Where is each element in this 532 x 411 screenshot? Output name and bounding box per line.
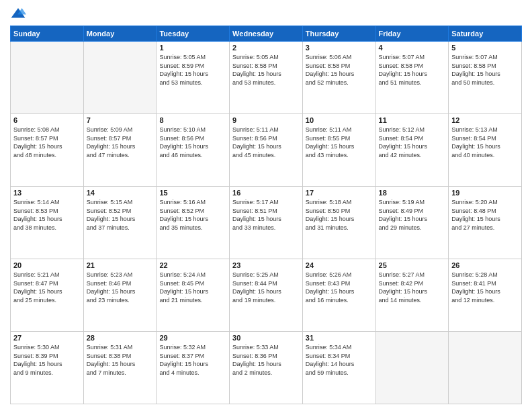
day-number: 5 <box>451 44 519 52</box>
day-number: 2 <box>232 44 300 52</box>
day-number: 17 <box>306 189 373 197</box>
day-number: 22 <box>159 261 226 269</box>
calendar-cell: 3Sunrise: 5:06 AM Sunset: 8:58 PM Daylig… <box>302 42 375 114</box>
page: SundayMondayTuesdayWednesdayThursdayFrid… <box>0 0 532 411</box>
day-number: 30 <box>232 334 300 342</box>
day-info: Sunrise: 5:09 AM Sunset: 8:57 PM Dayligh… <box>87 126 154 159</box>
day-info: Sunrise: 5:26 AM Sunset: 8:43 PM Dayligh… <box>306 271 373 304</box>
calendar-cell: 17Sunrise: 5:18 AM Sunset: 8:50 PM Dayli… <box>302 187 375 259</box>
day-info: Sunrise: 5:06 AM Sunset: 8:58 PM Dayligh… <box>306 53 373 87</box>
day-info: Sunrise: 5:32 AM Sunset: 8:37 PM Dayligh… <box>159 343 226 377</box>
day-info: Sunrise: 5:05 AM Sunset: 8:59 PM Dayligh… <box>159 53 226 87</box>
day-number: 25 <box>379 261 446 269</box>
calendar-cell <box>11 42 84 114</box>
day-number: 28 <box>87 334 154 342</box>
day-number: 15 <box>159 189 226 197</box>
day-info: Sunrise: 5:31 AM Sunset: 8:38 PM Dayligh… <box>87 343 154 377</box>
day-number: 18 <box>379 189 446 197</box>
logo <box>10 7 29 20</box>
column-header-monday: Monday <box>83 26 157 42</box>
calendar-week-5: 27Sunrise: 5:30 AM Sunset: 8:39 PM Dayli… <box>11 332 522 404</box>
calendar-week-4: 20Sunrise: 5:21 AM Sunset: 8:47 PM Dayli… <box>11 259 522 332</box>
day-info: Sunrise: 5:11 AM Sunset: 8:56 PM Dayligh… <box>232 126 300 159</box>
calendar-cell: 1Sunrise: 5:05 AM Sunset: 8:59 PM Daylig… <box>157 42 230 114</box>
day-info: Sunrise: 5:17 AM Sunset: 8:51 PM Dayligh… <box>232 198 300 232</box>
day-number: 11 <box>379 116 446 124</box>
day-info: Sunrise: 5:23 AM Sunset: 8:46 PM Dayligh… <box>87 271 154 304</box>
day-info: Sunrise: 5:33 AM Sunset: 8:36 PM Dayligh… <box>232 343 300 377</box>
calendar-cell: 13Sunrise: 5:14 AM Sunset: 8:53 PM Dayli… <box>11 187 84 259</box>
calendar-cell: 21Sunrise: 5:23 AM Sunset: 8:46 PM Dayli… <box>83 259 157 332</box>
header <box>10 7 522 20</box>
calendar-cell: 23Sunrise: 5:25 AM Sunset: 8:44 PM Dayli… <box>230 259 303 332</box>
column-header-saturday: Saturday <box>449 26 522 42</box>
day-info: Sunrise: 5:28 AM Sunset: 8:41 PM Dayligh… <box>451 271 519 304</box>
day-info: Sunrise: 5:11 AM Sunset: 8:55 PM Dayligh… <box>306 126 373 159</box>
day-info: Sunrise: 5:21 AM Sunset: 8:47 PM Dayligh… <box>13 271 81 304</box>
day-number: 19 <box>451 189 519 197</box>
day-info: Sunrise: 5:12 AM Sunset: 8:54 PM Dayligh… <box>379 126 446 159</box>
day-number: 20 <box>13 261 81 269</box>
calendar-cell <box>83 42 157 114</box>
calendar-cell: 7Sunrise: 5:09 AM Sunset: 8:57 PM Daylig… <box>83 114 157 187</box>
day-info: Sunrise: 5:07 AM Sunset: 8:58 PM Dayligh… <box>451 53 519 87</box>
day-info: Sunrise: 5:15 AM Sunset: 8:52 PM Dayligh… <box>87 198 154 232</box>
column-header-friday: Friday <box>375 26 449 42</box>
day-number: 3 <box>306 44 373 52</box>
day-number: 21 <box>87 261 154 269</box>
day-info: Sunrise: 5:20 AM Sunset: 8:48 PM Dayligh… <box>451 198 519 232</box>
calendar-cell: 24Sunrise: 5:26 AM Sunset: 8:43 PM Dayli… <box>302 259 375 332</box>
calendar-week-2: 6Sunrise: 5:08 AM Sunset: 8:57 PM Daylig… <box>11 114 522 187</box>
day-info: Sunrise: 5:24 AM Sunset: 8:45 PM Dayligh… <box>159 271 226 304</box>
calendar-cell: 26Sunrise: 5:28 AM Sunset: 8:41 PM Dayli… <box>449 259 522 332</box>
calendar-cell: 28Sunrise: 5:31 AM Sunset: 8:38 PM Dayli… <box>83 332 157 404</box>
calendar-cell: 11Sunrise: 5:12 AM Sunset: 8:54 PM Dayli… <box>375 114 449 187</box>
calendar-cell: 8Sunrise: 5:10 AM Sunset: 8:56 PM Daylig… <box>157 114 230 187</box>
calendar-cell: 30Sunrise: 5:33 AM Sunset: 8:36 PM Dayli… <box>230 332 303 404</box>
calendar-cell: 6Sunrise: 5:08 AM Sunset: 8:57 PM Daylig… <box>11 114 84 187</box>
day-number: 12 <box>451 116 519 124</box>
day-number: 14 <box>87 189 154 197</box>
calendar-cell: 29Sunrise: 5:32 AM Sunset: 8:37 PM Dayli… <box>157 332 230 404</box>
day-info: Sunrise: 5:10 AM Sunset: 8:56 PM Dayligh… <box>159 126 226 159</box>
day-info: Sunrise: 5:30 AM Sunset: 8:39 PM Dayligh… <box>13 343 81 377</box>
calendar-cell: 4Sunrise: 5:07 AM Sunset: 8:58 PM Daylig… <box>375 42 449 114</box>
calendar-cell: 12Sunrise: 5:13 AM Sunset: 8:54 PM Dayli… <box>449 114 522 187</box>
calendar-cell: 16Sunrise: 5:17 AM Sunset: 8:51 PM Dayli… <box>230 187 303 259</box>
day-number: 29 <box>159 334 226 342</box>
day-number: 1 <box>159 44 226 52</box>
day-number: 4 <box>379 44 446 52</box>
calendar-cell: 5Sunrise: 5:07 AM Sunset: 8:58 PM Daylig… <box>449 42 522 114</box>
column-header-thursday: Thursday <box>302 26 375 42</box>
calendar-cell: 2Sunrise: 5:05 AM Sunset: 8:58 PM Daylig… <box>230 42 303 114</box>
calendar-cell: 10Sunrise: 5:11 AM Sunset: 8:55 PM Dayli… <box>302 114 375 187</box>
day-number: 23 <box>232 261 300 269</box>
day-info: Sunrise: 5:13 AM Sunset: 8:54 PM Dayligh… <box>451 126 519 159</box>
logo-icon <box>10 7 26 20</box>
day-info: Sunrise: 5:19 AM Sunset: 8:49 PM Dayligh… <box>379 198 446 232</box>
calendar-cell: 15Sunrise: 5:16 AM Sunset: 8:52 PM Dayli… <box>157 187 230 259</box>
calendar-cell <box>449 332 522 404</box>
day-number: 16 <box>232 189 300 197</box>
day-info: Sunrise: 5:34 AM Sunset: 8:34 PM Dayligh… <box>306 343 373 377</box>
day-number: 24 <box>306 261 373 269</box>
calendar-cell: 25Sunrise: 5:27 AM Sunset: 8:42 PM Dayli… <box>375 259 449 332</box>
day-number: 9 <box>232 116 300 124</box>
day-info: Sunrise: 5:05 AM Sunset: 8:58 PM Dayligh… <box>232 53 300 87</box>
day-info: Sunrise: 5:18 AM Sunset: 8:50 PM Dayligh… <box>306 198 373 232</box>
day-number: 26 <box>451 261 519 269</box>
calendar-week-3: 13Sunrise: 5:14 AM Sunset: 8:53 PM Dayli… <box>11 187 522 259</box>
day-number: 31 <box>306 334 373 342</box>
day-number: 10 <box>306 116 373 124</box>
calendar-cell: 31Sunrise: 5:34 AM Sunset: 8:34 PM Dayli… <box>302 332 375 404</box>
calendar-cell <box>375 332 449 404</box>
calendar-cell: 14Sunrise: 5:15 AM Sunset: 8:52 PM Dayli… <box>83 187 157 259</box>
calendar-cell: 19Sunrise: 5:20 AM Sunset: 8:48 PM Dayli… <box>449 187 522 259</box>
day-info: Sunrise: 5:27 AM Sunset: 8:42 PM Dayligh… <box>379 271 446 304</box>
calendar-cell: 27Sunrise: 5:30 AM Sunset: 8:39 PM Dayli… <box>11 332 84 404</box>
day-info: Sunrise: 5:07 AM Sunset: 8:58 PM Dayligh… <box>379 53 446 87</box>
column-header-tuesday: Tuesday <box>157 26 230 42</box>
calendar-cell: 20Sunrise: 5:21 AM Sunset: 8:47 PM Dayli… <box>11 259 84 332</box>
calendar-cell: 9Sunrise: 5:11 AM Sunset: 8:56 PM Daylig… <box>230 114 303 187</box>
calendar-cell: 22Sunrise: 5:24 AM Sunset: 8:45 PM Dayli… <box>157 259 230 332</box>
